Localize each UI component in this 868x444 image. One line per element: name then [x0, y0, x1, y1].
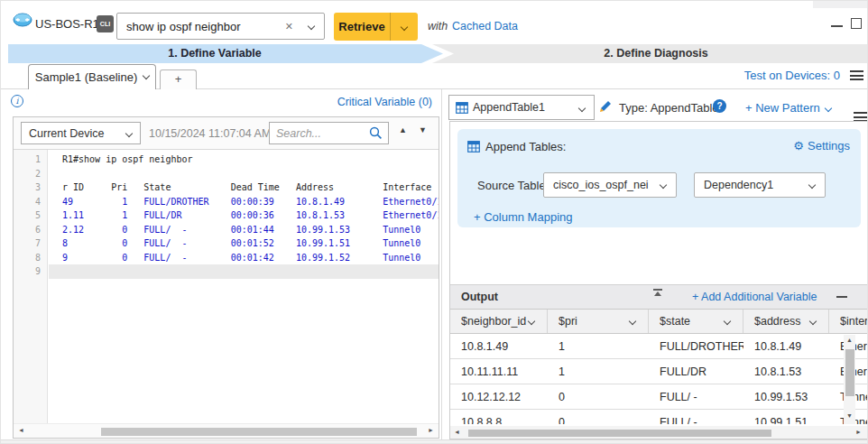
table-cell: 10.99.1.53 — [743, 384, 829, 409]
column-header-address[interactable]: $address — [743, 310, 829, 333]
column-header-pri[interactable]: $pri — [548, 310, 649, 333]
scroll-left-icon[interactable]: ◄ — [18, 427, 24, 433]
collapse-output-handle[interactable] — [652, 289, 663, 296]
scroll-down-icon[interactable]: ▼ — [846, 412, 853, 419]
column-mapping-link[interactable]: + Column Mapping — [474, 210, 572, 224]
editor-hscroll-thumb[interactable] — [101, 428, 417, 436]
step-bar: 2. Define Diagnosis 1. Define Variable — [8, 44, 868, 63]
column-header-neighbor_id[interactable]: $neighbor_id — [450, 310, 548, 333]
window-edge-strip — [813, 1, 868, 8]
output-minimize-icon[interactable] — [836, 296, 847, 298]
search-box[interactable] — [269, 122, 389, 144]
table-cell: 1 — [548, 334, 649, 358]
table-cell: 1 — [548, 359, 649, 384]
dependency-value: Dependency1 — [704, 179, 773, 191]
retrieve-label[interactable]: Retrieve — [334, 13, 390, 41]
line-number: 3 — [14, 180, 47, 195]
code-line[interactable]: 1.11 1 FULL/DR 00:00:36 10.8.1.53 Ethern… — [49, 208, 439, 223]
find-previous-button[interactable]: ▲ — [399, 125, 407, 134]
tab-sample1-baseline[interactable]: Sample1 (Baseline) — [28, 64, 156, 89]
table-icon — [456, 102, 468, 114]
clear-command-icon[interactable]: ✕ — [285, 21, 293, 32]
critical-variable-link[interactable]: Critical Variable (0) — [299, 96, 432, 108]
add-sample-tab[interactable]: + — [160, 69, 197, 89]
command-dropdown-icon[interactable] — [308, 23, 315, 30]
test-on-devices-link[interactable]: Test on Devices: 0 — [714, 69, 840, 82]
scroll-left-icon[interactable]: ◄ — [454, 429, 460, 435]
code-lines[interactable]: R1#show ip ospf neighborr ID Pri State D… — [49, 150, 439, 425]
find-next-button[interactable]: ▼ — [419, 125, 427, 134]
scroll-up-icon[interactable]: ▲ — [846, 337, 853, 343]
step-define-diagnosis[interactable]: 2. Define Diagnosis — [443, 44, 868, 63]
editor-toolbar: Current Device 10/15/2024 11:07:04 AM ▲ … — [14, 117, 439, 150]
info-icon[interactable]: i — [11, 95, 23, 107]
code-line[interactable] — [49, 264, 439, 279]
column-dropdown-icon[interactable] — [724, 318, 731, 325]
scroll-right-icon[interactable]: ► — [855, 429, 862, 435]
device-selector-chevron-icon[interactable] — [125, 130, 133, 137]
test-devices-menu-icon[interactable] — [850, 70, 863, 80]
add-additional-variable-link[interactable]: + Add Additional Variable — [692, 291, 817, 303]
source-table-dropdown[interactable]: cisco_ios_ospf_nei — [543, 172, 677, 198]
help-icon[interactable]: ? — [713, 99, 726, 113]
output-vertical-scrollbar[interactable]: ▲ ▼ — [844, 335, 855, 424]
device-selector-value: Current Device — [29, 127, 104, 140]
line-number: 9 — [14, 264, 47, 279]
command-input[interactable] — [126, 20, 271, 33]
gear-icon: ⚙ — [793, 139, 804, 153]
search-icon[interactable] — [369, 126, 383, 140]
column-dropdown-icon[interactable] — [629, 318, 636, 325]
sample-tab-label: Sample1 (Baseline) — [35, 70, 137, 84]
pattern-selector-chevron-icon[interactable] — [578, 105, 586, 112]
sample-editor: Current Device 10/15/2024 11:07:04 AM ▲ … — [13, 116, 439, 439]
table-row[interactable]: 10.11.11.111FULL/DR10.8.1.53Ethernet0/1 — [450, 359, 867, 384]
pattern-selector-value: AppendTable1 — [473, 101, 545, 114]
line-number: 6 — [14, 223, 47, 237]
sample-timestamp: 10/15/2024 11:07:04 AM — [149, 127, 271, 140]
source-table-chevron-icon[interactable] — [660, 181, 667, 189]
window-bottom-strip — [1, 439, 868, 444]
code-line[interactable] — [49, 167, 439, 181]
source-table-label: Source Table: — [477, 179, 549, 192]
code-line[interactable]: r ID Pri State Dead Time Address Interfa… — [49, 180, 439, 195]
cli-badge-icon: CLI — [97, 15, 114, 32]
retrieve-dropdown-button[interactable] — [391, 13, 418, 41]
new-pattern-chevron-icon[interactable] — [825, 105, 832, 112]
column-header-interface[interactable]: $interface — [829, 310, 868, 333]
table-cell: 10.8.1.53 — [743, 359, 829, 384]
editor-horizontal-scrollbar[interactable]: ◄ ► — [14, 423, 439, 438]
step-define-variable[interactable]: 1. Define Variable — [8, 44, 443, 63]
table-row[interactable]: 10.8.1.491FULL/DROTHER10.8.1.49Ethernet0… — [450, 334, 867, 359]
code-line[interactable]: 8 0 FULL/ - 00:01:52 10.99.1.51 Tunnel0 — [49, 236, 439, 251]
new-pattern-button[interactable]: + New Pattern — [745, 101, 831, 115]
output-vscroll-thumb[interactable] — [845, 349, 854, 396]
search-input[interactable] — [276, 125, 362, 142]
device-selector-dropdown[interactable]: Current Device — [21, 122, 141, 144]
pattern-selector-dropdown[interactable]: AppendTable1 — [448, 95, 595, 120]
dependency-dropdown[interactable]: Dependency1 — [694, 172, 826, 198]
settings-link[interactable]: ⚙Settings — [793, 139, 850, 153]
cached-data-link[interactable]: Cached Data — [452, 20, 518, 32]
edit-pencil-icon[interactable] — [597, 99, 613, 115]
output-table-header: $neighbor_id$pri$state$address$interface — [450, 309, 867, 334]
dependency-chevron-icon[interactable] — [808, 181, 816, 189]
output-hscroll-thumb[interactable] — [468, 430, 771, 437]
code-line[interactable]: R1#show ip ospf neighbor — [49, 153, 439, 167]
output-horizontal-scrollbar[interactable]: ◄ ► — [450, 426, 867, 439]
table-row[interactable]: 10.8.8.80FULL/ -10.99.1.51Tunnel0 — [450, 410, 867, 424]
scroll-right-icon[interactable]: ► — [428, 427, 434, 433]
command-combobox[interactable]: ✕ — [116, 13, 325, 40]
code-line[interactable]: 49 1 FULL/DROTHER 00:00:39 10.8.1.49 Eth… — [49, 195, 439, 209]
sample-tab-dropdown-icon[interactable] — [143, 72, 150, 79]
table-row[interactable]: 10.12.12.120FULL/ -10.99.1.53Tunnel0 — [450, 384, 867, 410]
with-label: with — [428, 20, 448, 32]
column-dropdown-icon[interactable] — [809, 318, 817, 325]
code-line[interactable]: 2.12 0 FULL/ - 00:01:44 10.99.1.53 Tunne… — [49, 223, 439, 237]
column-dropdown-icon[interactable] — [528, 318, 535, 325]
maximize-icon[interactable] — [851, 18, 862, 29]
code-line[interactable]: 9 0 FULL/ - 00:01:42 10.99.1.52 Tunnel0 — [49, 251, 439, 265]
retrieve-button[interactable]: Retrieve — [334, 13, 418, 41]
column-header-state[interactable]: $state — [649, 310, 743, 333]
minimize-icon[interactable] — [831, 25, 843, 27]
table-cell: 10.12.12.12 — [450, 384, 548, 409]
